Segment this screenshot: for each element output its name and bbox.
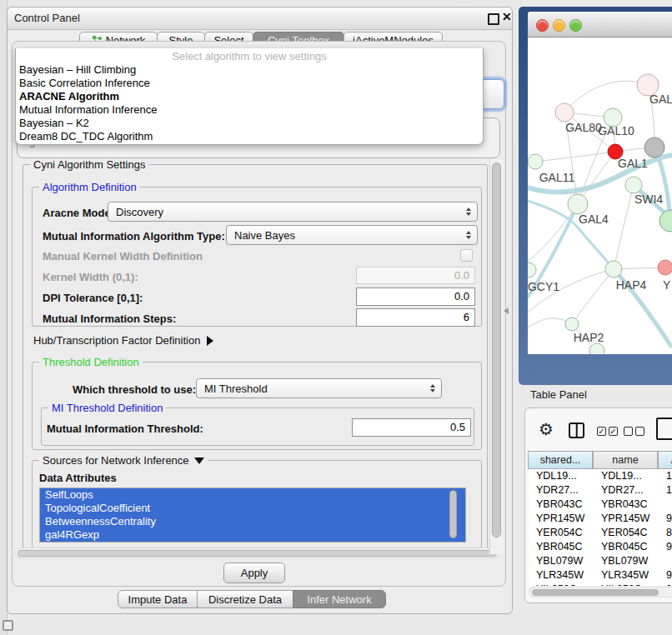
threshold-select[interactable]: MI Threshold: [196, 378, 442, 398]
dropdown-item[interactable]: Mutual Information Inference: [16, 103, 483, 117]
horizontal-scrollbar-thumb[interactable]: [18, 550, 497, 557]
cell: YBL079W: [594, 554, 659, 568]
list-scrollbar-thumb[interactable]: [449, 490, 457, 538]
node-label: GAL80: [565, 121, 602, 134]
mi-algorithm-type-label: Mutual Information Algorithm Type:: [43, 230, 225, 242]
node-hap2[interactable]: [565, 318, 579, 331]
node-label: SWI4: [634, 192, 663, 206]
close-icon[interactable]: ✕: [502, 10, 512, 23]
select-all-icon[interactable]: ✓: [597, 427, 606, 436]
splitpane-collapse-handle[interactable]: [504, 308, 509, 314]
aracne-mode-select[interactable]: Discovery: [108, 202, 478, 222]
dropdown-item[interactable]: Dream8 DC_TDC Algorithm: [16, 130, 483, 143]
mi-threshold-input[interactable]: 0.5: [352, 418, 471, 437]
mi-steps-label: Mutual Information Steps:: [43, 312, 176, 325]
node-gal11[interactable]: [528, 154, 543, 169]
columns-icon[interactable]: [569, 422, 584, 438]
vertical-scrollbar[interactable]: [489, 159, 504, 554]
dropdown-item[interactable]: Bayesian – K2: [16, 117, 483, 130]
node-gal80[interactable]: [555, 103, 574, 122]
bottom-tab-bar: Impute Data Discretize Data Infer Networ…: [118, 590, 386, 608]
kernel-width-label: Kernel Width (0,1):: [43, 271, 138, 283]
table-body[interactable]: YDL19...YDL19...13 YDR27...YDR27...12 YB…: [529, 469, 672, 586]
combo-value: Discovery: [116, 206, 163, 218]
cell: YBL079W: [529, 554, 594, 568]
node-bottom[interactable]: [589, 343, 604, 354]
attribute-item[interactable]: BetweennessCentrality: [40, 515, 465, 528]
zoom-light-icon[interactable]: [569, 19, 582, 32]
algorithm-dropdown-list: Select algorithm to view settings Bayesi…: [15, 48, 484, 145]
node-green-right[interactable]: [659, 210, 672, 232]
node-gal4[interactable]: [568, 194, 588, 214]
cell: YBR045C: [529, 540, 594, 554]
table-row[interactable]: YBR043CYBR043C: [529, 498, 672, 512]
dropdown-item-selected[interactable]: ARACNE Algorithm: [16, 90, 483, 103]
select-all-icon2[interactable]: ✓: [609, 427, 618, 436]
node-gray[interactable]: [644, 138, 664, 158]
cell: YPR145W: [529, 512, 594, 526]
apply-button[interactable]: Apply: [223, 562, 285, 583]
aracne-mode-label: Aracne Mode:: [43, 207, 114, 219]
node-label: HAP4: [616, 278, 647, 292]
table-row[interactable]: YER054CYER054C8.: [529, 526, 672, 540]
dropdown-item[interactable]: Basic Correlation Inference: [16, 77, 483, 90]
column-header-name[interactable]: name: [593, 451, 658, 469]
threshold-definition-group: Threshold Definition Which threshold to …: [32, 362, 482, 450]
mi-algorithm-type-select[interactable]: Naive Bayes: [226, 225, 478, 245]
data-attributes-list[interactable]: SelfLoops TopologicalCoefficient Between…: [39, 488, 466, 542]
gear-icon[interactable]: ⚙: [539, 421, 554, 438]
node-gcy1[interactable]: [528, 262, 536, 278]
cell: 13: [659, 469, 672, 483]
table-row[interactable]: YLR345WYLR345W9.: [529, 568, 672, 582]
table-horizontal-scrollbar-thumb[interactable]: [532, 589, 659, 596]
minimize-light-icon[interactable]: [553, 19, 565, 32]
group-title: Cyni Algorithm Settings: [30, 158, 148, 171]
cell: 9.: [659, 568, 672, 582]
deselect-all-icon2[interactable]: [635, 427, 644, 436]
cell: YBR043C: [594, 498, 659, 512]
tab-discretize-data[interactable]: Discretize Data: [197, 590, 293, 608]
node-salmon[interactable]: [658, 260, 672, 275]
close-light-icon[interactable]: [536, 19, 549, 32]
manual-kernel-checkbox[interactable]: [460, 249, 473, 262]
column-header-shared-name[interactable]: shared...: [528, 451, 593, 469]
kernel-width-input[interactable]: 0.0: [356, 267, 475, 284]
table-row[interactable]: YBL079WYBL079W: [529, 554, 672, 568]
tab-impute-data[interactable]: Impute Data: [118, 590, 198, 608]
group-title: MI Threshold Definition: [48, 402, 166, 414]
document-icon[interactable]: [656, 418, 672, 440]
dropdown-item[interactable]: Bayesian – Hill Climbing: [16, 63, 483, 77]
attribute-item[interactable]: gal4RGexp: [40, 528, 465, 542]
deselect-all-icon[interactable]: [624, 427, 633, 436]
table-row[interactable]: YPR145WYPR145W9.: [529, 512, 672, 526]
cell: 9.: [659, 512, 672, 526]
table-row[interactable]: YDR27...YDR27...12: [529, 483, 672, 498]
attribute-item[interactable]: TopologicalCoefficient: [40, 502, 465, 515]
node-label: HAP2: [574, 331, 604, 344]
dpi-tolerance-input[interactable]: 0.0: [356, 288, 475, 306]
table-horizontal-scrollbar[interactable]: [529, 587, 672, 598]
sources-group: Sources for Network Inference Data Attri…: [32, 460, 482, 548]
cell: YPR145W: [594, 512, 659, 526]
vertical-scrollbar-thumb[interactable]: [492, 162, 501, 538]
attribute-item[interactable]: SelfLoops: [40, 488, 465, 502]
spinner-arrows-icon: [466, 231, 471, 239]
float-window-icon[interactable]: [488, 13, 499, 25]
column-header-partial[interactable]: A: [658, 451, 672, 469]
node-swi4[interactable]: [625, 177, 642, 193]
table-row[interactable]: YDL19...YDL19...13: [529, 469, 672, 483]
table-row[interactable]: YIL052CYIL052C9.: [529, 582, 672, 586]
network-canvas[interactable]: GAL GAL80 GAL10 GAL1 GAL11 SWI4 GAL4 GCY…: [528, 38, 672, 354]
table-row[interactable]: YBR045CYBR045C9.: [529, 540, 672, 554]
sources-toggle[interactable]: Sources for Network Inference: [39, 454, 208, 467]
collapsed-panel-icon[interactable]: [3, 620, 13, 631]
mi-steps-input[interactable]: 6: [356, 308, 475, 327]
cell: YER054C: [594, 526, 659, 540]
node-hap4[interactable]: [605, 261, 622, 278]
cell: 9.: [659, 540, 672, 554]
horizontal-scrollbar[interactable]: [15, 548, 499, 558]
cell: YBR045C: [594, 540, 659, 554]
spinner-arrows-icon: [430, 384, 435, 392]
tab-infer-network[interactable]: Infer Network: [293, 590, 386, 608]
hub-definition-toggle[interactable]: Hub/Transcription Factor Definition: [33, 334, 213, 347]
